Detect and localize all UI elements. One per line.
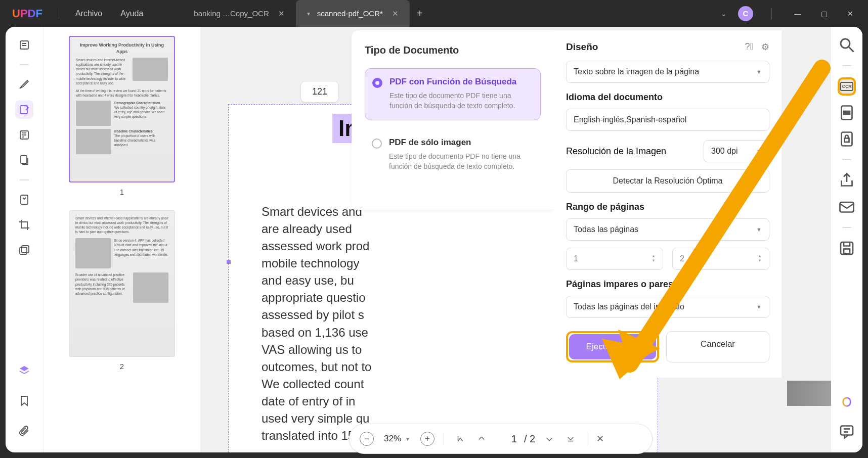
stepper-arrows-icon[interactable]: ▲▼ [652,254,656,263]
option-searchable-pdf[interactable]: PDF con Función de Búsqueda Este tipo de… [365,68,541,120]
menu-file[interactable]: Archivo [75,9,102,18]
ocr-settings-panel: Diseño ?⃝ ⚙ Texto sobre la imagen de la … [554,30,782,378]
card-title: Tipo de Documento [365,44,541,56]
svg-rect-21 [841,426,853,435]
tab-banking[interactable]: banking …Copy_OCR ✕ [183,0,295,27]
app-logo: UPDF [12,7,42,20]
separator [842,159,851,160]
radio-selected-icon[interactable] [372,78,382,88]
tabs: banking …Copy_OCR ✕ ▾ scanned-pdf_OCR* ✕… [183,0,429,27]
comment-panel-icon[interactable] [838,422,856,440]
separator [842,65,851,66]
radio-icon[interactable] [372,139,382,149]
resolution-select[interactable]: 300 dpi ▼ [704,140,769,162]
edit-icon[interactable] [15,101,33,119]
title-bar: UPDF Archivo Ayuda banking …Copy_OCR ✕ ▾… [0,0,868,27]
chevron-down-icon: ▼ [756,148,762,154]
run-ocr-button[interactable]: Ejecutar OCR [569,334,656,359]
left-toolbar [6,27,44,452]
share-icon[interactable] [838,171,856,190]
compress-icon[interactable] [15,191,33,209]
stepper-arrows-icon[interactable]: ▲▼ [758,254,762,263]
design-label: Diseño [566,41,598,53]
avatar[interactable]: C [738,6,753,21]
language-select[interactable]: English-inglés,Spanish-español [566,109,769,131]
select-value: English-inglés,Spanish-español [574,115,686,124]
thumbnail-page-1[interactable]: Improve Working Productivity in Using Ap… [69,36,175,182]
redact-icon[interactable] [838,104,856,122]
protect-icon[interactable] [838,130,856,148]
close-button[interactable]: ✕ [843,10,858,18]
zoom-select[interactable]: 32%▼ [384,434,410,444]
organize-icon[interactable] [15,151,33,169]
highlight-run-ocr: Ejecutar OCR [566,331,659,362]
chevron-down-icon[interactable]: ▾ [307,10,310,17]
ai-icon[interactable] [838,393,856,411]
maximize-button[interactable]: ▢ [816,10,832,18]
svg-rect-18 [840,202,854,212]
ocr-icon[interactable]: OCR [838,77,856,96]
close-icon[interactable]: ✕ [278,9,285,18]
menu-help[interactable]: Ayuda [120,9,143,18]
separator [842,227,851,228]
form-icon[interactable] [15,126,33,144]
page-number-input[interactable] [496,433,517,445]
document-type-card: Tipo de Documento PDF con Función de Bús… [352,30,554,210]
design-select[interactable]: Texto sobre la imagen de la página ▼ [566,61,769,83]
select-value: Todas las páginas [574,225,638,234]
cancel-button[interactable]: Cancelar [666,331,769,362]
svg-line-13 [849,48,854,52]
new-tab-button[interactable]: + [410,0,430,27]
close-icon[interactable]: ✕ [392,9,399,18]
language-label: Idioma del documento [566,92,769,103]
layers-icon[interactable] [15,361,33,380]
batch-icon[interactable] [15,241,33,259]
thumbnails-panel: Improve Working Productivity in Using Ap… [44,27,200,452]
email-icon[interactable] [838,198,856,216]
bookmark-icon[interactable] [15,392,33,410]
block-number-pill: 121 [300,81,339,103]
prev-page-button[interactable] [474,432,489,446]
minimize-button[interactable]: — [790,10,805,18]
separator [587,432,587,445]
tab-label: scanned-pdf_OCR* [317,9,383,18]
gear-icon[interactable]: ⚙ [761,41,769,53]
crop-icon[interactable] [15,216,33,234]
select-value: Texto sobre la imagen de la página [574,67,699,76]
tab-scanned[interactable]: ▾ scanned-pdf_OCR* ✕ [296,0,410,27]
next-page-button[interactable] [542,432,556,446]
svg-rect-19 [841,242,853,254]
page-range-select[interactable]: Todas las páginas ▼ [566,218,769,241]
tab-label: banking …Copy_OCR [194,9,269,18]
range-from-input[interactable]: 1 ▲▼ [566,248,663,270]
last-page-button[interactable] [563,432,578,446]
comment-icon[interactable] [15,75,33,94]
resize-handle[interactable] [227,260,231,264]
svg-point-12 [841,39,850,48]
search-icon[interactable] [838,36,856,54]
attachment-icon[interactable] [15,422,33,440]
option-image-only-pdf[interactable]: PDF de sólo imagen Este tipo de document… [365,129,541,180]
zoom-out-button[interactable]: − [360,432,374,446]
page-controls: − 32%▼ + / 2 ✕ [349,424,653,454]
svg-rect-16 [842,132,852,146]
chevron-down-icon: ▼ [756,304,762,310]
chevron-down-icon[interactable]: ⌄ [721,10,727,18]
separator [20,179,29,180]
odd-even-select[interactable]: Todas las páginas del intervalo ▼ [566,296,769,318]
range-to-input[interactable]: 2 ▲▼ [672,248,769,270]
page-total-value: 2 [530,433,535,444]
left-rail-bottom [15,361,33,452]
divider [771,8,772,19]
thumbnail-page-2[interactable]: Smart devices and internet-based applica… [69,210,175,357]
select-value: 300 dpi [711,147,738,156]
zoom-in-button[interactable]: + [420,432,435,446]
first-page-button[interactable] [453,432,467,446]
reader-icon[interactable] [15,36,33,54]
help-icon[interactable]: ?⃝ [745,41,753,53]
save-icon[interactable] [838,239,856,257]
detect-resolution-button[interactable]: Detectar la Resolución Óptima [566,169,769,193]
option-title: PDF con Función de Búsqueda [389,77,531,87]
close-controls-button[interactable]: ✕ [596,433,604,444]
svg-rect-20 [844,249,850,254]
